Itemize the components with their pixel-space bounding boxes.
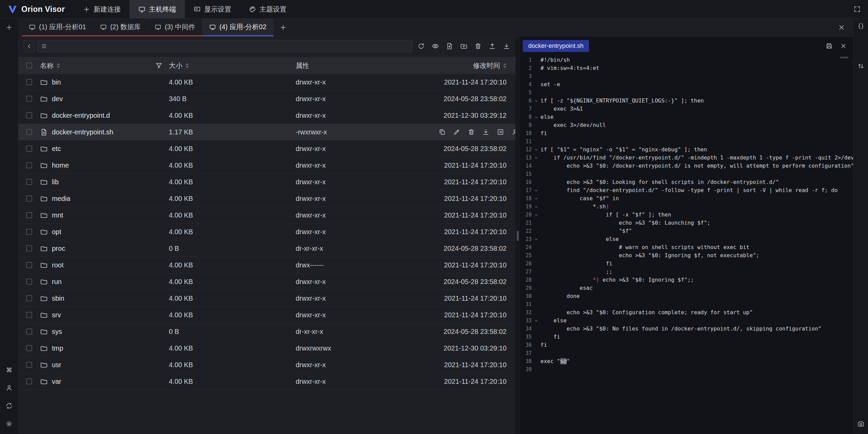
file-row-home[interactable]: home4.00 KBdrwxr-xr-x2021-11-24 17:20:10: [18, 157, 515, 174]
line-number[interactable]: 35: [520, 333, 532, 341]
line-number[interactable]: 23: [520, 235, 532, 243]
terminal-tab-4[interactable]: (4) 应用-分析02: [202, 19, 274, 36]
row-checkbox[interactable]: [26, 112, 32, 118]
terminal-tab-3[interactable]: (3) 中间件: [148, 19, 202, 36]
file-row-lib[interactable]: lib4.00 KBdrwxr-xr-x2021-11-24 17:20:10: [18, 174, 515, 190]
line-number[interactable]: 4: [520, 80, 532, 89]
line-number[interactable]: 13: [520, 154, 532, 162]
select-all-checkbox[interactable]: [26, 62, 32, 69]
sort-name-icon[interactable]: [57, 63, 60, 68]
line-number[interactable]: 1: [520, 56, 532, 64]
line-number[interactable]: 25: [520, 251, 532, 260]
file-name[interactable]: tmp: [52, 344, 63, 352]
panel-resize-handle[interactable]: [515, 37, 520, 434]
file-name[interactable]: mnt: [52, 211, 63, 219]
row-checkbox[interactable]: [26, 179, 32, 185]
fold-chevron[interactable]: [532, 147, 540, 152]
fold-chevron[interactable]: [532, 188, 540, 193]
line-number[interactable]: 34: [520, 325, 532, 333]
fold-chevron[interactable]: [532, 155, 540, 161]
line-number[interactable]: 29: [520, 284, 532, 292]
trash-action-button[interactable]: [467, 128, 475, 136]
row-checkbox[interactable]: [26, 146, 32, 152]
move-action-button[interactable]: [496, 128, 505, 136]
line-number[interactable]: 30: [520, 292, 532, 300]
file-name[interactable]: lib: [52, 178, 59, 186]
line-number[interactable]: 36: [520, 341, 532, 349]
row-checkbox[interactable]: [26, 229, 32, 235]
fold-chevron[interactable]: [532, 98, 540, 103]
line-number[interactable]: 22: [520, 227, 532, 235]
line-number[interactable]: 32: [520, 308, 532, 317]
file-plus-button[interactable]: [443, 40, 456, 52]
line-number[interactable]: 3: [520, 72, 532, 80]
line-number[interactable]: 6: [520, 97, 532, 105]
row-checkbox[interactable]: [26, 162, 32, 168]
file-row-docker-entrypoint.sh[interactable]: docker-entrypoint.sh1.17 KB-rwxrwxr-x: [18, 124, 515, 140]
file-name[interactable]: docker-entrypoint.d: [52, 112, 110, 119]
file-row-sys[interactable]: sys0 Bdr-xr-xr-x2024-05-28 23:58:02: [18, 323, 515, 340]
row-checkbox[interactable]: [26, 295, 32, 301]
file-name[interactable]: opt: [52, 228, 61, 236]
fold-chevron[interactable]: [532, 196, 540, 201]
sort-size-icon[interactable]: [185, 63, 189, 68]
editor-file-tab[interactable]: docker-entrypoint.sh: [523, 40, 589, 52]
line-number[interactable]: 28: [520, 276, 532, 284]
row-checkbox[interactable]: [26, 378, 32, 384]
row-checkbox[interactable]: [26, 362, 32, 368]
trash-button[interactable]: [472, 40, 484, 52]
row-checkbox[interactable]: [26, 79, 32, 85]
sync-button[interactable]: [2, 399, 16, 413]
line-number[interactable]: 15: [520, 170, 532, 178]
line-number[interactable]: 26: [520, 260, 532, 268]
row-checkbox[interactable]: [26, 262, 32, 268]
line-number[interactable]: 11: [520, 137, 532, 146]
line-number[interactable]: 24: [520, 243, 532, 251]
row-checkbox[interactable]: [26, 96, 32, 102]
resize-grip[interactable]: [517, 231, 519, 241]
row-checkbox[interactable]: [26, 279, 32, 285]
line-number[interactable]: 17: [520, 186, 532, 194]
new-connection-button[interactable]: [2, 21, 16, 34]
row-checkbox[interactable]: [26, 195, 32, 202]
file-row-bin[interactable]: bin4.00 KBdrwxr-xr-x2021-11-24 17:20:10: [18, 74, 515, 91]
braces-button[interactable]: [854, 19, 868, 33]
terminal-tab-1[interactable]: (1) 应用-分析01: [22, 19, 93, 36]
line-number[interactable]: 31: [520, 300, 532, 308]
line-number[interactable]: 14: [520, 162, 532, 170]
close-all-tabs-button[interactable]: [835, 21, 848, 34]
refresh-button[interactable]: [415, 40, 427, 52]
file-name[interactable]: sys: [52, 328, 62, 336]
line-number[interactable]: 12: [520, 146, 532, 154]
file-name[interactable]: sbin: [52, 295, 64, 302]
line-number[interactable]: 38: [520, 357, 532, 365]
terminal-tab-2[interactable]: (2) 数据库: [93, 19, 148, 36]
gear-button[interactable]: [2, 417, 16, 431]
file-name[interactable]: var: [52, 378, 61, 385]
eye-button[interactable]: [429, 40, 441, 52]
directory-tree-icon[interactable]: [41, 43, 47, 49]
file-name[interactable]: home: [52, 162, 69, 169]
brand[interactable]: Orion Visor: [0, 0, 74, 18]
file-row-var[interactable]: var4.00 KBdrwxr-xr-x2021-11-24 17:20:10: [18, 373, 515, 390]
line-number[interactable]: 39: [520, 365, 532, 374]
file-name[interactable]: docker-entrypoint.sh: [52, 128, 113, 136]
copy-action-button[interactable]: [438, 128, 446, 136]
filter-icon[interactable]: [155, 62, 163, 70]
fullscreen-button[interactable]: [850, 2, 864, 16]
fold-chevron[interactable]: [532, 318, 540, 323]
close-editor-button[interactable]: [837, 40, 849, 52]
line-number[interactable]: 9: [520, 121, 532, 129]
line-number[interactable]: 33: [520, 317, 532, 325]
path-input[interactable]: [50, 42, 409, 50]
back-button[interactable]: [24, 40, 35, 52]
line-number[interactable]: 16: [520, 178, 532, 186]
file-name[interactable]: dev: [52, 95, 63, 103]
camera-button[interactable]: [854, 417, 868, 431]
menu-item-4[interactable]: 主题设置: [240, 0, 295, 18]
line-number[interactable]: 2: [520, 64, 532, 72]
file-row-opt[interactable]: opt4.00 KBdrwxr-xr-x2021-11-24 17:20:10: [18, 224, 515, 240]
fold-chevron[interactable]: [532, 204, 540, 209]
column-header-mtime[interactable]: 修改时间: [473, 61, 500, 70]
file-name[interactable]: usr: [52, 361, 61, 369]
